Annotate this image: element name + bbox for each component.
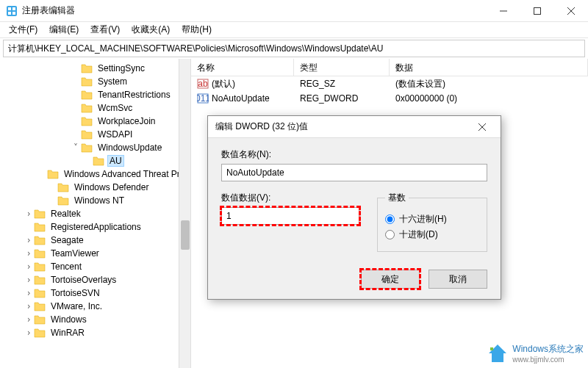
tree-item-label: Windows <box>49 314 89 325</box>
registry-tree[interactable]: SettingSyncSystemTenantRestrictionsWcmSv… <box>0 59 190 339</box>
scrollbar-thumb[interactable] <box>181 220 190 250</box>
watermark-icon <box>487 343 508 364</box>
tree-pane: SettingSyncSystemTenantRestrictionsWcmSv… <box>0 59 191 368</box>
value-name-input[interactable] <box>221 164 487 181</box>
menu-file[interactable]: 文件(F) <box>3 22 43 37</box>
tree-item[interactable]: WSDAPI <box>0 128 190 141</box>
tree-item[interactable]: TenantRestrictions <box>0 88 190 101</box>
tree-item[interactable]: ›Tencent <box>0 260 190 273</box>
col-data[interactable]: 数据 <box>390 59 588 76</box>
value-name: NoAutoUpdate <box>212 93 270 104</box>
svg-rect-2 <box>12 7 15 10</box>
tree-expander-icon[interactable]: › <box>24 328 34 338</box>
base-fieldset: 基数 十六进制(H) 十进制(D) <box>377 192 487 252</box>
tree-item-label: WinRAR <box>49 328 87 338</box>
window-buttons <box>487 0 588 22</box>
tree-item[interactable]: System <box>0 75 190 88</box>
dialog-body: 数值名称(N): 数值数据(V): 基数 十六进制(H) 十进制(D) <box>208 138 501 299</box>
tree-item[interactable]: ›Windows <box>0 313 190 326</box>
app-icon <box>6 5 18 17</box>
radio-hex-row[interactable]: 十六进制(H) <box>385 213 479 226</box>
tree-item[interactable]: SettingSync <box>0 62 190 75</box>
radio-dec[interactable] <box>385 230 395 239</box>
menu-help[interactable]: 帮助(H) <box>176 22 218 37</box>
ok-button[interactable]: 确定 <box>361 270 420 289</box>
radio-hex[interactable] <box>385 214 395 224</box>
value-row[interactable]: 011NoAutoUpdateREG_DWORD0x00000000 (0) <box>191 91 588 106</box>
watermark-sub: www.bjjmlv.com <box>512 356 584 364</box>
tree-expander-icon[interactable]: › <box>24 288 34 298</box>
tree-item-label: TortoiseSVN <box>49 288 102 298</box>
tree-expander-icon[interactable]: › <box>24 301 34 311</box>
menu-view[interactable]: 查看(V) <box>85 22 126 37</box>
tree-item[interactable]: ›TortoiseSVN <box>0 286 190 300</box>
radio-dec-row[interactable]: 十进制(D) <box>385 228 479 241</box>
minimize-button[interactable] <box>487 0 520 22</box>
tree-item-label: TortoiseOverlays <box>49 275 118 285</box>
tree-item[interactable]: ›WinRAR <box>0 326 190 339</box>
tree-item[interactable]: AU <box>0 154 190 167</box>
tree-item[interactable]: Windows Advanced Threat Protection <box>0 167 190 181</box>
tree-item[interactable]: ›TortoiseOverlays <box>0 273 190 286</box>
tree-expander-icon[interactable]: ˅ <box>71 142 81 153</box>
value-data-label: 数值数据(V): <box>221 192 359 204</box>
list-header: 名称 类型 数据 <box>191 59 588 76</box>
svg-text:ab: ab <box>198 79 208 89</box>
close-button[interactable] <box>554 0 588 22</box>
col-name[interactable]: 名称 <box>191 59 294 76</box>
tree-item[interactable]: ›TeamViewer <box>0 247 190 260</box>
svg-rect-4 <box>12 12 15 15</box>
tree-item-label: Seagate <box>49 235 86 245</box>
tree-item[interactable]: ›VMware, Inc. <box>0 300 190 313</box>
value-data-input[interactable] <box>221 207 359 225</box>
tree-expander-icon[interactable]: › <box>24 248 34 259</box>
tree-item-label: SettingSync <box>96 63 147 73</box>
menu-favorites[interactable]: 收藏夹(A) <box>126 22 176 37</box>
tree-item-label: WcmSvc <box>96 103 135 113</box>
address-path: 计算机\HKEY_LOCAL_MACHINE\SOFTWARE\Policies… <box>8 43 383 55</box>
tree-item-label: TenantRestrictions <box>96 90 173 100</box>
tree-item[interactable]: ›Realtek <box>0 207 190 220</box>
dialog-close-button[interactable] <box>471 116 493 138</box>
tree-expander-icon[interactable]: › <box>24 209 34 219</box>
dialog-titlebar[interactable]: 编辑 DWORD (32 位)值 <box>208 116 501 138</box>
svg-rect-16 <box>490 347 493 350</box>
menubar: 文件(F) 编辑(E) 查看(V) 收藏夹(A) 帮助(H) <box>0 22 588 38</box>
tree-item[interactable]: RegisteredApplications <box>0 220 190 234</box>
tree-expander-icon[interactable]: › <box>24 261 34 272</box>
tree-expander-icon[interactable]: › <box>24 314 34 325</box>
tree-item[interactable]: Windows Defender <box>0 181 190 194</box>
value-data: (数值未设置) <box>395 78 445 90</box>
svg-rect-6 <box>534 7 541 14</box>
value-name: (默认) <box>212 78 235 90</box>
dialog-title-text: 编辑 DWORD (32 位)值 <box>215 120 471 133</box>
tree-expander-icon[interactable]: › <box>24 235 34 245</box>
tree-item[interactable]: ˅WindowsUpdate <box>0 141 190 154</box>
tree-item-label: WSDAPI <box>96 129 135 140</box>
tree-item[interactable]: Windows NT <box>0 194 190 207</box>
radio-dec-label: 十进制(D) <box>399 228 438 241</box>
watermark: Windows系统之家 www.bjjmlv.com <box>487 343 584 364</box>
edit-dword-dialog: 编辑 DWORD (32 位)值 数值名称(N): 数值数据(V): 基数 十六… <box>207 115 501 300</box>
tree-expander-icon[interactable]: › <box>24 275 34 285</box>
tree-item-label: RegisteredApplications <box>49 222 143 232</box>
tree-item-label: System <box>96 76 129 87</box>
tree-item-label: Windows NT <box>72 195 126 206</box>
address-bar[interactable]: 计算机\HKEY_LOCAL_MACHINE\SOFTWARE\Policies… <box>3 40 585 57</box>
titlebar: 注册表编辑器 <box>0 0 588 22</box>
tree-item-label: WorkplaceJoin <box>96 116 157 126</box>
tree-item-label: WindowsUpdate <box>96 142 164 153</box>
col-type[interactable]: 类型 <box>294 59 390 76</box>
tree-item[interactable]: ›Seagate <box>0 234 190 247</box>
cancel-button[interactable]: 取消 <box>429 270 487 289</box>
list-body: ab(默认)REG_SZ(数值未设置)011NoAutoUpdateREG_DW… <box>191 76 588 106</box>
tree-item-label: VMware, Inc. <box>49 301 104 311</box>
tree-item[interactable]: WcmSvc <box>0 101 190 115</box>
menu-edit[interactable]: 编辑(E) <box>43 22 85 37</box>
value-row[interactable]: ab(默认)REG_SZ(数值未设置) <box>191 76 588 91</box>
tree-item-label: AU <box>107 155 124 167</box>
maximize-button[interactable] <box>520 0 554 22</box>
tree-item[interactable]: WorkplaceJoin <box>0 115 190 128</box>
value-name-label: 数值名称(N): <box>221 148 487 161</box>
tree-scrollbar[interactable] <box>179 59 190 368</box>
